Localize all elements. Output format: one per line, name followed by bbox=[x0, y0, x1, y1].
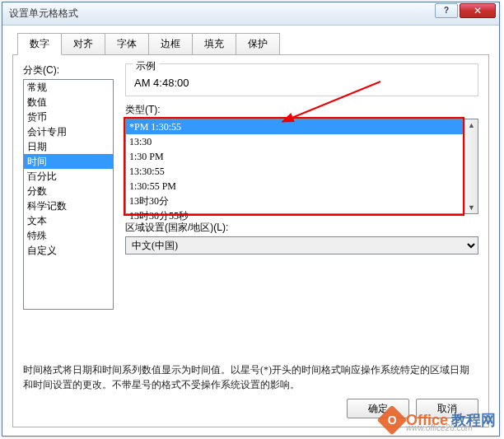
category-item[interactable]: 时间 bbox=[24, 154, 113, 169]
category-column: 分类(C): 常规 数值 货币 会计专用 日期 时间 百分比 分数 科学记数 文… bbox=[23, 63, 114, 346]
type-item[interactable]: 13时30分 bbox=[126, 194, 464, 208]
type-item[interactable]: 1:30:55 PM bbox=[126, 179, 464, 194]
tab-font[interactable]: 字体 bbox=[105, 33, 149, 55]
category-item[interactable]: 数值 bbox=[24, 95, 113, 110]
type-item[interactable]: 13:30:55 bbox=[126, 164, 464, 179]
sample-box: 示例 AM 4:48:00 bbox=[125, 63, 478, 96]
client-area: 数字 对齐 字体 边框 填充 保护 分类(C): 常规 数值 货币 会计专用 日… bbox=[2, 26, 499, 436]
type-item[interactable]: *PM 1:30:55 bbox=[126, 119, 464, 134]
scroll-down-icon[interactable]: ▼ bbox=[468, 202, 475, 213]
sample-legend: 示例 bbox=[133, 60, 159, 72]
dialog-buttons: 确定 取消 bbox=[23, 392, 478, 418]
help-button[interactable]: ? bbox=[435, 3, 458, 18]
tab-alignment[interactable]: 对齐 bbox=[61, 33, 105, 55]
category-item[interactable]: 文本 bbox=[24, 213, 113, 228]
scroll-up-icon[interactable]: ▲ bbox=[468, 119, 475, 131]
type-list[interactable]: *PM 1:30:55 13:30 1:30 PM 13:30:55 1:30:… bbox=[125, 119, 478, 214]
category-item[interactable]: 百分比 bbox=[24, 169, 113, 184]
type-item[interactable]: 1:30 PM bbox=[126, 149, 464, 164]
titlebar: 设置单元格格式 ? ✕ bbox=[2, 2, 499, 26]
ok-button[interactable]: 确定 bbox=[347, 399, 409, 418]
locale-section: 区域设置(国家/地区)(L): 中文(中国) bbox=[125, 221, 478, 255]
category-item[interactable]: 科学记数 bbox=[24, 198, 113, 213]
format-cells-dialog: 设置单元格格式 ? ✕ 数字 对齐 字体 边框 填充 保护 分类(C): 常规 … bbox=[2, 2, 500, 437]
category-item[interactable]: 自定义 bbox=[24, 243, 113, 258]
type-label: 类型(T): bbox=[125, 103, 478, 117]
window-buttons: ? ✕ bbox=[433, 7, 496, 21]
locale-select[interactable]: 中文(中国) bbox=[125, 236, 478, 255]
close-button[interactable]: ✕ bbox=[460, 3, 496, 18]
type-item[interactable]: 13:30 bbox=[126, 134, 464, 149]
category-list[interactable]: 常规 数值 货币 会计专用 日期 时间 百分比 分数 科学记数 文本 特殊 自定… bbox=[23, 79, 114, 310]
category-item[interactable]: 会计专用 bbox=[24, 124, 113, 139]
window-title: 设置单元格格式 bbox=[9, 7, 433, 21]
category-item[interactable]: 货币 bbox=[24, 110, 113, 124]
tab-fill[interactable]: 填充 bbox=[192, 33, 236, 55]
cancel-button[interactable]: 取消 bbox=[416, 399, 478, 418]
tab-protection[interactable]: 保护 bbox=[236, 33, 280, 55]
type-section: 类型(T): *PM 1:30:55 13:30 1:30 PM 13:30:5… bbox=[125, 103, 478, 214]
category-label: 分类(C): bbox=[23, 63, 114, 77]
right-column: 示例 AM 4:48:00 类型(T): *PM 1:30:55 13:30 1… bbox=[125, 63, 478, 346]
tab-number[interactable]: 数字 bbox=[17, 33, 62, 55]
category-item[interactable]: 常规 bbox=[24, 80, 113, 95]
tab-border[interactable]: 边框 bbox=[148, 33, 193, 55]
description-text: 时间格式将日期和时间系列数值显示为时间值。以星号(*)开头的时间格式响应操作系统… bbox=[23, 362, 478, 392]
type-item[interactable]: 13时30分55秒 bbox=[126, 208, 464, 223]
category-item[interactable]: 日期 bbox=[24, 139, 113, 154]
category-item[interactable]: 特殊 bbox=[24, 228, 113, 243]
tab-strip: 数字 对齐 字体 边框 填充 保护 bbox=[12, 32, 489, 54]
type-scrollbar[interactable]: ▲ ▼ bbox=[464, 119, 478, 213]
sample-value: AM 4:48:00 bbox=[133, 77, 471, 89]
tab-panel-number: 分类(C): 常规 数值 货币 会计专用 日期 时间 百分比 分数 科学记数 文… bbox=[12, 54, 489, 427]
category-item[interactable]: 分数 bbox=[24, 184, 113, 198]
